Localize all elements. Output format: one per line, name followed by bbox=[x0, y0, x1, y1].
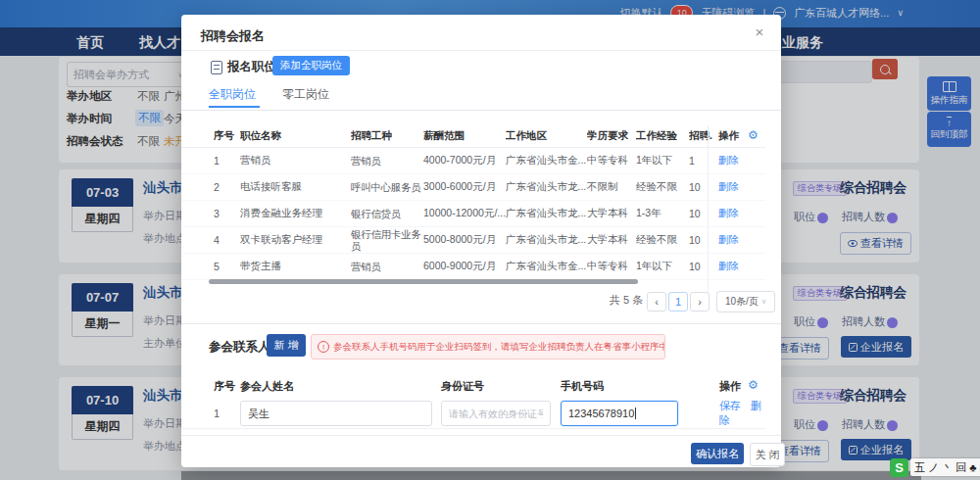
delete-link[interactable]: 删除 bbox=[718, 207, 758, 220]
phone-warning-banner: ! 参会联系人手机号码用于企业扫码签到，请填写企业招聘负责人在粤省事小程序中绑定… bbox=[311, 334, 665, 360]
delete-link[interactable]: 删除 bbox=[718, 154, 758, 168]
job-table-header-cell: 序号 bbox=[214, 129, 240, 143]
page-size-select[interactable]: 10条/页 ∨ bbox=[716, 291, 775, 312]
add-fulltime-position-button[interactable]: 添加全职岗位 bbox=[272, 56, 350, 75]
job-fair-registration-modal: 招聘会报名 × 报名职位 添加全职岗位 全职岗位 零工岗位 序号职位名称招聘工种… bbox=[181, 15, 781, 467]
job-table-cell: 1年以下 bbox=[636, 154, 689, 168]
ime-icon[interactable]: ♣ bbox=[969, 461, 976, 473]
job-table-cell: 消费金融业务经理 bbox=[240, 207, 351, 220]
delete-link[interactable]: 删除 bbox=[718, 233, 758, 247]
job-table-cell: 10 bbox=[689, 234, 718, 246]
contact-phone-input[interactable]: 12345678910 bbox=[561, 401, 678, 426]
contact-row-index: 1 bbox=[214, 408, 240, 419]
close-button[interactable]: 关 闭 bbox=[750, 443, 785, 466]
job-table-cell: 广东省汕头市龙... bbox=[506, 233, 587, 247]
job-table-header-cell: 学历要求 bbox=[587, 129, 636, 143]
job-table-cell: 10 bbox=[689, 208, 718, 219]
divider bbox=[181, 50, 781, 51]
job-table-header-cell: 职位名称 bbox=[240, 129, 351, 143]
job-table-cell: 经验不限 bbox=[636, 233, 689, 247]
modal-title: 招聘会报名 bbox=[201, 27, 265, 45]
job-table-cell: 营销员 bbox=[351, 155, 423, 167]
job-table-cell: 中等专科 bbox=[587, 154, 636, 168]
job-table-row: 5带货主播营销员6000-9000元/月广东省汕头市金...中等专科1年以下10… bbox=[181, 254, 765, 280]
pagination-page-1[interactable]: 1 bbox=[668, 292, 688, 312]
job-table-cell: 经验不限 bbox=[636, 180, 689, 194]
active-tab-underline bbox=[209, 106, 260, 108]
job-table-cell: 银行信用卡业务员 bbox=[351, 228, 423, 252]
job-table-cell: 1-3年 bbox=[636, 207, 689, 220]
job-table-cell: 银行信贷员 bbox=[351, 208, 423, 219]
job-table-cell: 广东省汕头市金... bbox=[506, 154, 587, 168]
tab-fulltime[interactable]: 全职岗位 bbox=[209, 86, 256, 103]
job-table-header-cell: 招聘工种 bbox=[351, 129, 423, 143]
ime-icon[interactable]: 五 bbox=[914, 460, 925, 475]
job-table-cell: 4000-7000元/月 bbox=[423, 154, 506, 168]
job-table-cell: 呼叫中心服务员 bbox=[351, 181, 423, 193]
job-table-row: 1营销员营销员4000-7000元/月广东省汕头市金...中等专科1年以下1删除 bbox=[181, 148, 765, 174]
job-table-cell: 广东省汕头市金... bbox=[506, 260, 587, 273]
job-table-header: 序号职位名称招聘工种薪酬范围工作地区学历要求工作经验招聘.操作 bbox=[181, 125, 765, 148]
job-table-cell: 1年以下 bbox=[636, 260, 689, 273]
delete-link[interactable]: 删除 bbox=[718, 260, 758, 273]
contact-name-input[interactable] bbox=[240, 401, 432, 426]
close-icon[interactable]: × bbox=[752, 24, 767, 39]
job-table-cell: 3000-6000元/月 bbox=[423, 180, 506, 194]
ime-icon[interactable]: 丶 bbox=[942, 460, 953, 475]
job-table-row: 2电话接听客服呼叫中心服务员3000-6000元/月广东省汕头市龙...不限制经… bbox=[181, 174, 765, 201]
job-table-cell: 1 bbox=[689, 155, 718, 167]
text-caret bbox=[635, 408, 636, 419]
chevron-down-icon: ∨ bbox=[761, 298, 766, 306]
job-table-row: 4双卡联动客户经理银行信用卡业务员5000-8000元/月广东省汕头市龙...大… bbox=[181, 227, 765, 254]
ime-strip: 五ノ丶回♣器 bbox=[910, 458, 980, 476]
divider bbox=[181, 323, 781, 324]
contact-id-input[interactable] bbox=[441, 401, 551, 426]
job-table-cell: 6000-9000元/月 bbox=[423, 260, 506, 273]
pagination-total: 共 5 条 bbox=[610, 293, 643, 308]
job-table-row: 3消费金融业务经理银行信贷员10000-12000元/...广东省汕头市龙...… bbox=[181, 201, 765, 227]
job-table-cell: 10 bbox=[689, 181, 718, 193]
delete-link[interactable]: 删除 bbox=[718, 180, 758, 194]
tab-gig[interactable]: 零工岗位 bbox=[282, 86, 329, 103]
job-table-cell: 广东省汕头市龙... bbox=[506, 207, 587, 220]
gear-icon[interactable]: ⚙ bbox=[748, 378, 759, 392]
pagination-next-button[interactable]: › bbox=[690, 292, 710, 312]
pagination-prev-button[interactable]: ‹ bbox=[647, 292, 666, 312]
confirm-registration-button[interactable]: 确认报名 bbox=[691, 443, 744, 464]
job-table-cell: 中等专科 bbox=[587, 260, 636, 273]
ime-logo[interactable]: S bbox=[890, 458, 908, 477]
job-table-cell: 3 bbox=[214, 208, 240, 219]
add-contact-button[interactable]: 新 增 bbox=[267, 334, 306, 357]
job-table-cell: 大学本科 bbox=[587, 233, 636, 247]
contact-table-row: 1 12345678910 保存 删除 bbox=[181, 399, 765, 429]
divider bbox=[181, 110, 781, 111]
job-table-cell: 电话接听客服 bbox=[240, 180, 351, 194]
job-table-cell: 大学本科 bbox=[587, 207, 636, 220]
clipboard-icon bbox=[211, 61, 222, 74]
job-table-header-cell: 工作经验 bbox=[636, 129, 689, 143]
job-table-cell: 双卡联动客户经理 bbox=[240, 233, 351, 247]
modal-footer: 确认报名 关 闭 bbox=[181, 435, 781, 468]
job-table-cell: 营销员 bbox=[240, 154, 351, 168]
gear-icon[interactable]: ⚙ bbox=[748, 128, 759, 142]
fixed-column-separator bbox=[708, 125, 709, 294]
horizontal-scrollbar[interactable] bbox=[209, 279, 638, 284]
job-table-cell: 1 bbox=[214, 155, 240, 167]
job-table-cell: 不限制 bbox=[587, 180, 636, 194]
job-table-cell: 2 bbox=[214, 181, 240, 193]
ime-icon[interactable]: 回 bbox=[956, 460, 966, 475]
save-link[interactable]: 保存 bbox=[719, 400, 741, 411]
job-table-header-cell: 招聘. bbox=[689, 129, 718, 143]
app-root: 切换默认 10 无障碍浏览 | 广东百城人才网络... ∨ 首页 找人才 业服务… bbox=[0, 0, 980, 480]
ime-toolbar[interactable]: S 五ノ丶回♣器 bbox=[890, 457, 980, 477]
contacts-section-heading: 参会联系人 bbox=[209, 339, 270, 356]
job-table-cell: 5 bbox=[214, 261, 240, 272]
job-table-cell: 营销员 bbox=[351, 261, 423, 272]
job-table-cell: 广东省汕头市龙... bbox=[506, 180, 587, 194]
job-table-cell: 10000-12000元/... bbox=[423, 207, 506, 220]
ime-icon[interactable]: ノ bbox=[928, 460, 939, 475]
jobs-section-heading: 报名职位 bbox=[227, 59, 276, 75]
job-table: 序号职位名称招聘工种薪酬范围工作地区学历要求工作经验招聘.操作1营销员营销员40… bbox=[181, 125, 765, 280]
job-table-cell: 10 bbox=[689, 261, 718, 272]
job-table-header-cell: 工作地区 bbox=[506, 129, 587, 143]
